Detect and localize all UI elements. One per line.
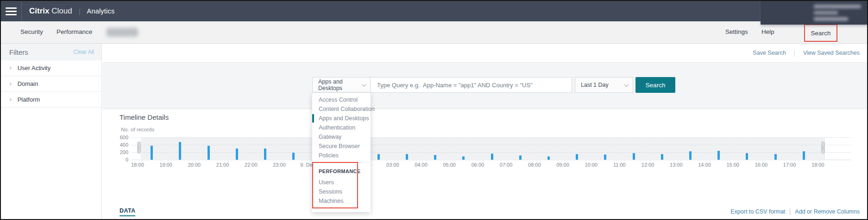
gridline [132,145,851,145]
timeline-bar[interactable] [208,146,210,160]
dropdown-menu-item[interactable]: Secure Browser [312,142,371,151]
category-dropdown-value: Apps and Desktops [318,78,363,91]
x-tick-label: 03:00 [386,162,399,168]
query-input[interactable] [371,77,572,93]
x-tick-label: 21:00 [216,162,229,168]
y-tick-label: 200 [110,149,128,155]
filter-group-row[interactable]: › User Activity [1,60,101,76]
nav-settings[interactable]: Settings [725,28,748,35]
add-remove-columns-link[interactable]: Add or Remove Columns [795,208,860,215]
x-tick-label: 08:00 [528,162,541,168]
x-tick-label: 14:00 [698,162,711,168]
tab-data[interactable]: DATA [120,207,135,216]
redacted-tab[interactable] [107,28,138,37]
timeline-bar[interactable] [661,154,663,160]
timeline-bar[interactable] [547,156,550,160]
time-range-dropdown[interactable]: Last 1 Day [575,77,633,93]
timeline-bar[interactable] [576,154,578,160]
timeline-bar[interactable] [746,153,748,160]
category-dropdown-menu: Access ControlContent CollaborationApps … [312,93,371,212]
timeline-bar[interactable] [151,146,153,160]
chevron-right-icon: › [9,95,12,103]
x-tick-label: 11:00 [613,162,626,168]
nav-help[interactable]: Help [761,28,774,35]
x-tick-label: 06:00 [472,162,484,168]
performance-section-list: UsersSessionsMachines [312,178,371,206]
export-csv-link[interactable]: Export to CSV format [730,208,785,215]
timeline-bar[interactable] [434,155,436,160]
table-toolbar-links: Export to CSV format Add or Remove Colum… [730,208,860,215]
category-dropdown[interactable]: Apps and Desktops [312,77,371,93]
dropdown-menu-item[interactable]: Machines [312,196,371,206]
redacted-text-line [814,11,838,14]
save-search-link[interactable]: Save Search [753,50,786,56]
timeline-bar[interactable] [633,153,635,160]
performance-section-title: PERFORMANCE [312,162,371,174]
timeline-bar[interactable] [519,155,522,160]
timeline-bar[interactable] [292,153,295,160]
filter-group-row[interactable]: › Domain [1,76,101,92]
redacted-text-line [814,17,848,21]
timeline-bar[interactable] [179,142,181,160]
x-tick-label: 04:00 [415,162,428,168]
tab-performance[interactable]: Performance [57,28,92,35]
timeline-bar[interactable] [377,154,380,160]
view-saved-searches-link[interactable]: View Saved Searches [803,50,860,56]
clear-all-button[interactable]: Clear All [73,49,94,55]
timeline-bar[interactable] [462,156,465,160]
dropdown-menu-item[interactable]: Content Collaboration [312,104,371,114]
filter-group-label: Platform [18,96,40,103]
timeline-bar[interactable] [491,154,493,160]
timeline-bar[interactable] [264,149,266,160]
search-button[interactable]: Search [635,77,675,93]
dropdown-menu-item[interactable]: Access Control [312,95,371,104]
timeline-bar[interactable] [717,151,720,160]
timeline-bar[interactable] [803,151,805,160]
x-tick-label: 07:00 [500,162,513,168]
filters-header: Filters Clear All [1,44,101,60]
menu-icon[interactable] [1,1,21,21]
secondary-nav: Security Performance Settings Help Searc… [1,21,867,44]
y-tick-label: 600 [110,135,128,140]
dropdown-menu-item[interactable]: Policies [312,151,371,160]
filters-sidebar: Filters Clear All › User Activity › Doma… [1,44,102,219]
timeline-bar[interactable] [774,154,777,160]
timeline-panel: Timeline Details No. of records 60040020… [102,110,867,219]
toolbar-divider [790,208,790,215]
filter-group-label: Domain [18,80,38,87]
time-range-value: Last 1 Day [581,82,609,88]
redacted-text-line [814,5,861,8]
tab-security[interactable]: Security [20,28,43,35]
user-account-redacted[interactable] [761,1,868,25]
filter-group-row[interactable]: › Platform [1,92,101,108]
x-tick-label: 17:00 [783,162,796,168]
timeline-bar[interactable] [236,149,238,160]
dropdown-menu-item[interactable]: Authentication [312,123,371,132]
range-handle-left[interactable] [137,142,141,154]
topbar-divider [21,1,22,21]
dropdown-menu-item[interactable]: Sessions [312,187,371,196]
chart-title: Timeline Details [120,113,169,121]
x-tick-label: 10:00 [585,162,598,168]
filter-group-label: User Activity [18,65,51,71]
range-handle-right[interactable] [821,142,825,154]
timeline-bar[interactable] [689,151,692,160]
search-actions-row: Save Search View Saved Searches [102,44,867,63]
timeline-bar[interactable] [406,154,408,160]
nav-search[interactable]: Search [811,30,831,37]
data-source-list: Access ControlContent CollaborationApps … [312,93,371,160]
x-tick-label: 13:00 [670,162,683,168]
y-tick-label: 400 [110,142,128,148]
dropdown-menu-item[interactable]: Users [312,178,371,187]
search-bar: Apps and Desktops Last 1 Day Search [312,77,675,93]
selected-range-band[interactable] [141,137,825,159]
x-tick-label: 05:00 [443,162,456,168]
actions-divider [794,50,795,57]
chevron-right-icon: › [9,79,12,87]
brand-logo[interactable]: Citrix Cloud [29,6,72,16]
timeline-bar[interactable] [604,155,606,160]
product-title: Analytics [87,7,115,15]
dropdown-menu-item[interactable]: Apps and Desktops [312,114,371,123]
chevron-down-icon [624,82,629,87]
dropdown-menu-item[interactable]: Gateway [312,132,371,142]
